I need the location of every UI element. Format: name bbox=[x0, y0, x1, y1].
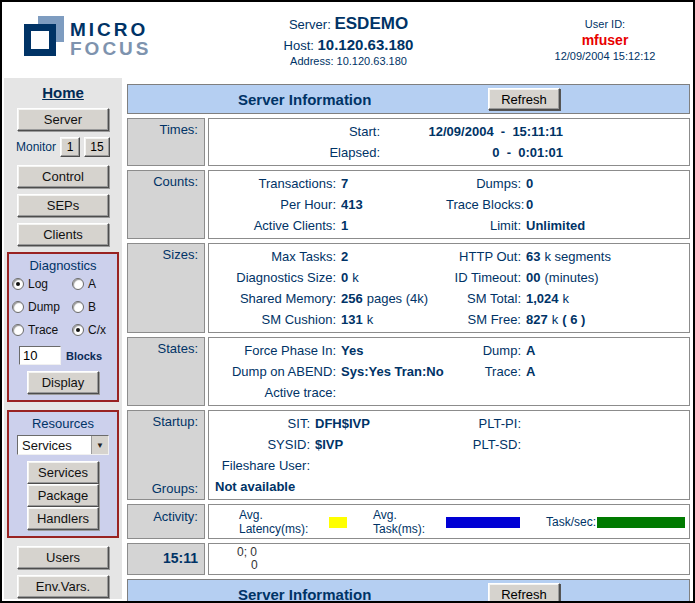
user-id-label: User ID: bbox=[525, 18, 685, 30]
groups-value: Not available bbox=[213, 476, 685, 497]
sizes-content: Max Tasks:2HTTP Out:63k segments Diagnos… bbox=[208, 243, 690, 333]
display-button[interactable]: Display bbox=[27, 371, 99, 394]
radio-log-dot[interactable] bbox=[12, 278, 24, 290]
blocks-row: Blocks bbox=[19, 346, 115, 365]
clients-button[interactable]: Clients bbox=[17, 223, 109, 246]
radio-b-dot[interactable] bbox=[72, 301, 84, 313]
activity-label: Activity: bbox=[127, 504, 205, 539]
app-window: MICRO FOCUS Server: ESDEMO Host: 10.120.… bbox=[0, 0, 695, 603]
radio-a[interactable]: A bbox=[72, 277, 114, 291]
startup-row: Startup: Groups: SIT:DFH$IVPPLT-PI: SYSI… bbox=[127, 410, 690, 500]
times-row: Times: Start:12/09/2004 - 15:11:11 Elaps… bbox=[127, 118, 690, 166]
startup-label: Startup: bbox=[130, 414, 198, 429]
activity-sample-row: 15:11 0; 0 0 bbox=[127, 543, 690, 575]
panel-footer-title: Server Information bbox=[238, 586, 371, 603]
radio-b[interactable]: B bbox=[72, 300, 114, 314]
user-id-value: mfuser bbox=[525, 32, 685, 48]
panel-footer-band: Server Information Refresh bbox=[127, 579, 690, 603]
radio-trace[interactable]: Trace bbox=[12, 323, 72, 337]
radio-dump[interactable]: Dump bbox=[12, 300, 72, 314]
logo-word-micro: MICRO bbox=[70, 20, 152, 39]
states-row: States: Force Phase In:YesDump:A Dump on… bbox=[127, 337, 690, 406]
login-timestamp: 12/09/2004 15:12:12 bbox=[525, 50, 685, 62]
groups-label: Groups: bbox=[130, 481, 198, 496]
latency-swatch bbox=[329, 517, 347, 528]
sample-line-2: 0 bbox=[237, 559, 685, 572]
radio-cx-dot[interactable] bbox=[72, 324, 84, 336]
sizes-label: Sizes: bbox=[127, 243, 205, 333]
resources-select-value: Services bbox=[18, 436, 91, 454]
address-label: Address: bbox=[290, 55, 333, 67]
tasksec-swatch bbox=[597, 517, 685, 528]
monitor-label: Monitor bbox=[16, 140, 56, 154]
legend-avg-task: Avg. Task(ms): bbox=[373, 508, 520, 536]
blocks-label: Blocks bbox=[66, 350, 102, 362]
chevron-down-icon[interactable]: ▼ bbox=[91, 436, 108, 454]
times-label: Times: bbox=[127, 118, 205, 166]
logo-text: MICRO FOCUS bbox=[70, 20, 152, 58]
activity-legend: Avg. Latency(ms): Avg. Task(ms): Task/se… bbox=[208, 504, 690, 539]
radio-dump-dot[interactable] bbox=[12, 301, 24, 313]
elapsed-value: 0 - 0:01:01 bbox=[385, 142, 563, 163]
panel-header-band: Server Information Refresh bbox=[127, 84, 690, 114]
diagnostics-radio-grid: Log A Dump B Trace C/x bbox=[11, 277, 115, 337]
radio-a-dot[interactable] bbox=[72, 278, 84, 290]
startup-groups-labels: Startup: Groups: bbox=[127, 410, 205, 500]
logo-square-front bbox=[24, 24, 56, 56]
resources-title: Resources bbox=[11, 416, 115, 431]
start-value: 12/09/2004 - 15:11:11 bbox=[385, 121, 563, 142]
radio-log[interactable]: Log bbox=[12, 277, 72, 291]
package-button[interactable]: Package bbox=[27, 484, 99, 507]
seps-button[interactable]: SEPs bbox=[17, 194, 109, 217]
sizes-row: Sizes: Max Tasks:2HTTP Out:63k segments … bbox=[127, 243, 690, 333]
page-header: MICRO FOCUS Server: ESDEMO Host: 10.120.… bbox=[2, 2, 693, 78]
sample-values: 0; 0 0 bbox=[208, 543, 690, 575]
sample-time: 15:11 bbox=[127, 543, 205, 575]
radio-trace-dot[interactable] bbox=[12, 324, 24, 336]
states-label: States: bbox=[127, 337, 205, 406]
resources-group: Resources Services ▼ Services Package Ha… bbox=[7, 410, 119, 538]
micro-focus-logo: MICRO FOCUS bbox=[12, 12, 172, 68]
handlers-button[interactable]: Handlers bbox=[27, 507, 99, 530]
counts-content: Transactions:7Dumps:0 Per Hour:413Trace … bbox=[208, 170, 690, 239]
host-label: Host: bbox=[284, 38, 314, 53]
host-value: 10.120.63.180 bbox=[318, 36, 414, 53]
states-content: Force Phase In:YesDump:A Dump on ABEND:S… bbox=[208, 337, 690, 406]
activity-row: Activity: Avg. Latency(ms): Avg. Task(ms… bbox=[127, 504, 690, 539]
times-content: Start:12/09/2004 - 15:11:11 Elapsed:0 - … bbox=[208, 118, 690, 166]
home-link[interactable]: Home bbox=[4, 84, 122, 101]
server-information-panel: Server Information Refresh Times: Start:… bbox=[127, 84, 690, 603]
monitor-count-button[interactable]: 15 bbox=[84, 137, 110, 157]
blocks-input[interactable] bbox=[19, 346, 61, 365]
user-info: User ID: mfuser 12/09/2004 15:12:12 bbox=[525, 18, 685, 62]
footer-refresh-button[interactable]: Refresh bbox=[488, 583, 560, 603]
legend-task-per-sec: Task/sec: bbox=[546, 515, 685, 529]
monitor-row: Monitor 1 15 bbox=[4, 137, 122, 157]
logo-word-focus: FOCUS bbox=[70, 39, 152, 58]
resources-select[interactable]: Services ▼ bbox=[17, 435, 109, 455]
counts-row: Counts: Transactions:7Dumps:0 Per Hour:4… bbox=[127, 170, 690, 239]
monitor-interval-button[interactable]: 1 bbox=[60, 137, 80, 157]
server-button[interactable]: Server bbox=[17, 108, 109, 131]
control-button[interactable]: Control bbox=[17, 165, 109, 188]
services-button[interactable]: Services bbox=[27, 461, 99, 484]
panel-title: Server Information bbox=[238, 91, 371, 108]
counts-label: Counts: bbox=[127, 170, 205, 239]
address-value: 10.120.63.180 bbox=[337, 55, 407, 67]
server-identity: Server: ESDEMO Host: 10.120.63.180 Addre… bbox=[172, 14, 525, 67]
startup-content: SIT:DFH$IVPPLT-PI: SYSID:$IVPPLT-SD: Fil… bbox=[208, 410, 690, 500]
server-name: ESDEMO bbox=[334, 14, 408, 33]
sample-line-1: 0; 0 bbox=[237, 546, 685, 559]
envvars-button[interactable]: Env.Vars. bbox=[17, 575, 109, 598]
elapsed-label: Elapsed: bbox=[213, 142, 385, 163]
refresh-button[interactable]: Refresh bbox=[488, 88, 560, 110]
task-swatch bbox=[446, 517, 520, 528]
radio-cx[interactable]: C/x bbox=[72, 323, 114, 337]
diagnostics-group: Diagnostics Log A Dump B Trace C/x Block… bbox=[7, 252, 119, 402]
legend-avg-latency: Avg. Latency(ms): bbox=[239, 508, 347, 536]
server-label: Server: bbox=[289, 17, 331, 32]
diagnostics-title: Diagnostics bbox=[11, 258, 115, 273]
sidebar: Home Server Monitor 1 15 Control SEPs Cl… bbox=[4, 78, 122, 599]
start-label: Start: bbox=[213, 121, 385, 142]
users-button[interactable]: Users bbox=[17, 546, 109, 569]
